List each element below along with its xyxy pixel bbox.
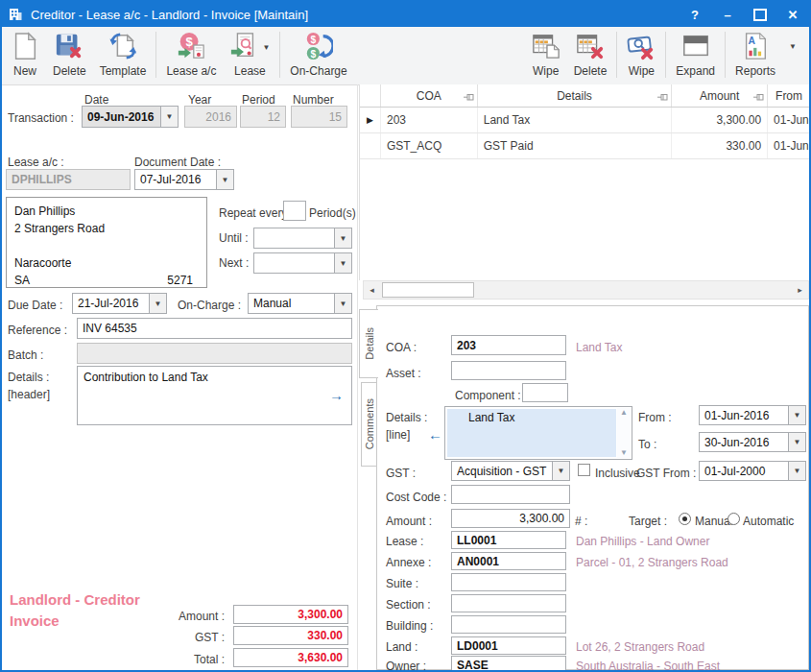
scroll-left-icon[interactable]: ◂ [364,281,380,299]
grid-cell-coa[interactable]: 203 [381,108,478,132]
current-row-indicator: ▶ [360,108,381,132]
transaction-label: Transaction : [8,111,74,125]
cost-code-field[interactable] [451,485,570,504]
new-button[interactable]: New [4,29,46,80]
lease-field[interactable]: LL0001 [451,531,566,549]
chevron-down-icon[interactable]: ▼ [788,433,805,451]
grid-horizontal-scrollbar[interactable]: ◂ ▸ [363,280,809,300]
grid-header-coa[interactable]: COA [381,84,478,107]
scrollbar-thumb[interactable] [382,282,474,298]
scroll-down-icon[interactable]: ▼ [620,448,628,458]
grid-header-details[interactable]: Details [478,84,673,107]
lease-account-button[interactable]: $ Lease a/c [159,29,223,80]
line-details-box[interactable]: Land Tax ▲▼ [444,406,632,460]
gst-from-combo[interactable]: 01-Jul-2000▼ [699,461,806,481]
chevron-down-icon[interactable]: ▼ [552,462,569,480]
line-gst-type-combo[interactable]: Acquisition - GST▼ [451,461,570,481]
owner-field[interactable]: SASE [451,656,566,672]
until-combo[interactable]: ▼ [253,228,352,249]
line-amount-field[interactable]: 3,300.00 [451,509,570,528]
chevron-down-icon[interactable]: ▼ [334,253,351,273]
lease-account-icon: $ [177,32,205,63]
on-charge-button[interactable]: $$ On-Charge [283,29,353,80]
delete-button[interactable]: Delete [46,29,93,80]
expand-details-arrow-icon[interactable]: → [329,388,344,402]
summary-gst-field[interactable]: 330.00 [233,626,348,645]
section-field[interactable] [451,594,566,612]
document-date-combo[interactable]: 07-Jul-2016▼ [134,169,234,190]
line-component-field[interactable] [522,383,568,402]
grid-row-1[interactable]: ▶ 203 Land Tax 3,300.00 01-Jun [360,108,811,133]
wipe-note-button[interactable]: Wipe [620,29,662,80]
reference-field[interactable]: INV 64535 [77,318,352,339]
transaction-date-combo[interactable]: 09-Jun-2016▼ [82,106,179,128]
grid-cell-from[interactable]: 01-Jun [768,133,811,158]
inclusive-checkbox[interactable] [578,464,590,476]
grid-row-2[interactable]: GST_ACQ GST Paid 330.00 01-Jun [360,133,811,159]
lease-button[interactable]: ▼ Lease [223,29,276,80]
reports-dropdown[interactable]: ▼ [782,29,803,53]
grid-cell-from[interactable]: 01-Jun [768,108,811,132]
grid-cell-amount[interactable]: 3,300.00 [672,108,768,132]
repeat-every-input[interactable] [283,201,306,221]
line-from-combo[interactable]: 01-Jun-2016▼ [699,405,806,425]
grid-cell-amount[interactable]: 330.00 [672,133,768,158]
grid-cell-details[interactable]: GST Paid [478,133,673,158]
chevron-down-icon[interactable]: ▼ [334,294,351,313]
summary-total-field[interactable]: 3,630.00 [233,648,348,667]
line-component-label: Component : [455,389,521,402]
grid-cell-details[interactable]: Land Tax [478,108,673,132]
grid-header-amount[interactable]: Amount [672,84,768,107]
chevron-down-icon[interactable]: ▼ [216,170,233,189]
reports-button[interactable]: A Reports [728,29,782,80]
lease-icon [229,32,258,63]
suite-field[interactable] [451,573,566,591]
next-combo[interactable]: ▼ [253,252,352,274]
target-automatic-radio[interactable] [728,513,740,525]
land-field[interactable]: LD0001 [451,636,566,655]
line-coa-field[interactable]: 203 [451,335,566,355]
target-manual-radio[interactable] [679,513,691,525]
line-details-scrollbar[interactable]: ▲▼ [617,408,631,458]
close-button[interactable]: ✕ [776,2,809,27]
pin-icon[interactable] [464,91,474,105]
summary-amount-field[interactable]: 3,300.00 [233,605,348,624]
chevron-down-icon[interactable]: ▼ [149,294,166,313]
grid-header-from[interactable]: From [768,84,811,107]
line-asset-field[interactable] [451,361,566,380]
collapse-details-arrow-icon[interactable]: ← [428,427,442,442]
scroll-right-icon[interactable]: ▸ [792,281,808,299]
maximize-button[interactable] [744,2,776,27]
payee-address-box: Dan Phillips 2 Strangers Road Naracoorte… [6,197,207,288]
svg-text:$: $ [311,34,317,44]
lease-dropdown-icon[interactable]: ▼ [262,43,270,52]
details-header-box[interactable]: Contribution to Land Tax → [77,366,352,425]
help-button[interactable]: ? [679,2,711,27]
tab-details[interactable]: Details [359,309,378,378]
grid-cell-coa[interactable]: GST_ACQ [381,133,478,158]
pin-icon[interactable] [753,91,764,105]
building-field[interactable] [451,615,566,634]
wipe-grid-button[interactable]: Wipe [525,29,567,80]
annexe-field[interactable]: AN0001 [451,552,566,570]
chevron-down-icon[interactable]: ▼ [788,462,805,480]
minimize-button[interactable]: – [711,2,744,27]
land-note: Lot 26, 2 Strangers Road [576,640,704,654]
toolbar: New Delete Template $ Lease a/c ▼ Lease … [2,27,809,85]
maximize-icon [753,9,767,21]
chevron-down-icon[interactable]: ▼ [334,228,351,248]
chevron-down-icon[interactable]: ▼ [160,107,178,127]
template-button[interactable]: Template [93,29,154,80]
expand-button[interactable]: Expand [669,29,722,80]
line-to-combo[interactable]: 30-Jun-2016▼ [699,432,806,452]
application-window: Creditor - Lease a/c - Landlord - Invoic… [0,0,811,672]
periods-label: Period(s) [309,206,356,220]
on-charge-combo[interactable]: Manual▼ [248,293,352,314]
scroll-up-icon[interactable]: ▲ [620,408,628,418]
pin-icon[interactable] [657,91,668,105]
scrollbar-track[interactable] [380,281,792,299]
due-date-combo[interactable]: 21-Jul-2016▼ [72,293,167,314]
chevron-down-icon[interactable]: ▼ [788,406,805,424]
delete-grid-button[interactable]: Delete [567,29,614,80]
tab-comments[interactable]: Comments [361,382,377,467]
